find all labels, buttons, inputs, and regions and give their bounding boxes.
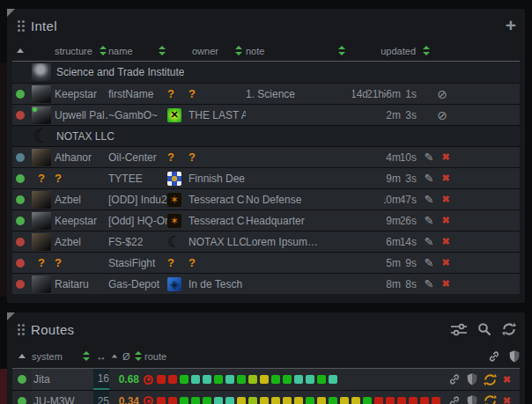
column-header-owner[interactable]: owner <box>167 46 246 56</box>
route-jump-square <box>191 375 200 384</box>
owner-cell: NOTAX LLC <box>188 236 246 248</box>
column-header-updated[interactable]: updated <box>352 46 520 56</box>
updated-hours: 21h <box>368 88 384 100</box>
delete-route-icon[interactable]: ✖ <box>503 395 511 404</box>
updated-seconds: 47s <box>401 194 417 206</box>
updated-seconds: 26s <box>401 215 417 227</box>
delete-icon[interactable]: ✖ <box>440 151 452 163</box>
edit-icon[interactable]: ✎ <box>422 277 436 290</box>
table-row[interactable]: Raitaru Gas-Depot ◈ In de Tesch 8m 8s ✎ … <box>12 273 520 294</box>
link-icon[interactable] <box>448 395 461 404</box>
routes-rows: Jita 16 0.68 ✖ <box>12 369 520 404</box>
edit-icon[interactable]: ✎ <box>422 256 436 269</box>
delete-icon[interactable]: ✖ <box>440 194 452 205</box>
route-jump-square <box>432 397 440 404</box>
alliance-logo-icon: ✶ <box>167 193 181 207</box>
table-row[interactable]: Athanor Oil-Center ? ? 4m 10s ✎ ✖ <box>12 146 520 167</box>
unknown-owner-icon: ? <box>188 256 196 269</box>
updated-minutes: 9m <box>384 215 401 227</box>
updated-seconds: 3s <box>401 109 417 121</box>
route-jump-square <box>191 397 200 404</box>
sort-updown-icon <box>338 46 345 55</box>
status-dot <box>16 238 25 246</box>
shield-icon[interactable] <box>509 350 520 363</box>
group-row[interactable]: ☾ NOTAX LLC <box>12 125 520 146</box>
edit-icon[interactable]: ✎ <box>422 151 436 164</box>
updated-seconds: 10s <box>401 151 417 164</box>
note-cell: Lorem Ipsum… <box>246 236 352 248</box>
column-header-avg-security[interactable]: Ø <box>109 351 139 362</box>
edit-icon[interactable]: ✎ <box>422 172 436 185</box>
name-cell: firstName <box>108 88 167 100</box>
route-jump-square <box>157 397 166 404</box>
table-row[interactable]: ? ? StasiFight ? ? 5m 9s ✎ ✖ <box>12 252 520 273</box>
add-structure-button[interactable]: + <box>506 19 516 32</box>
sort-indicator-asc[interactable] <box>12 48 28 53</box>
link-icon[interactable] <box>448 373 461 386</box>
delete-route-icon[interactable]: ✖ <box>503 374 511 386</box>
column-header-jumps[interactable]: ↔ <box>93 350 109 363</box>
route-squares <box>157 397 440 404</box>
table-row[interactable]: ? ? TYTEE Finnish Dee… 9m 3s ✎ ✖ <box>12 167 520 188</box>
structure-cell: Upwell Pal… <box>55 109 108 121</box>
settings-sliders-icon[interactable] <box>451 323 467 336</box>
avg-security-cell: 0.68 <box>109 373 139 386</box>
refresh-route-icon[interactable] <box>484 373 497 386</box>
route-row[interactable]: Jita 16 0.68 ✖ <box>12 369 520 390</box>
name-cell: TYTEE <box>108 173 167 185</box>
sort-updown-icon <box>235 46 242 55</box>
edit-icon[interactable]: ✎ <box>422 235 436 248</box>
intel-panel-header: Intel + <box>7 9 525 40</box>
name-cell: [Odd] HQ-One <box>108 215 167 227</box>
owner-cell: Tesseract C… <box>188 194 246 206</box>
delete-icon[interactable]: ✖ <box>440 257 452 268</box>
status-dot <box>16 174 25 183</box>
refresh-route-icon[interactable] <box>484 394 497 404</box>
search-icon[interactable] <box>477 322 491 336</box>
column-header-system[interactable]: system <box>32 351 93 362</box>
delete-icon[interactable]: ✖ <box>440 215 452 226</box>
delete-icon[interactable]: ✖ <box>440 236 452 247</box>
route-jump-square <box>306 375 314 384</box>
status-dot <box>18 397 26 404</box>
sort-indicator-asc[interactable] <box>12 354 32 358</box>
unknown-owner-icon: ? <box>188 87 196 100</box>
route-jump-square <box>237 375 246 384</box>
table-row[interactable]: Azbel [ODD] Indu2 ✶ Tesseract C… No Defe… <box>12 188 520 209</box>
route-jump-square <box>271 397 280 404</box>
structure-thumbnail <box>32 85 51 103</box>
table-row[interactable]: Keepstar firstName ? ? 1. Science 14d 21… <box>12 83 520 104</box>
system-cell[interactable]: JU-M3W <box>32 391 93 404</box>
route-origin-icon <box>144 375 153 385</box>
drag-handle-icon[interactable] <box>18 324 20 327</box>
route-row[interactable]: JU-M3W 25 0.34 ✖ <box>12 390 520 404</box>
table-row[interactable]: Azbel FS-$22 ☾ NOTAX LLC Lorem Ipsum… 6m… <box>12 231 520 252</box>
sort-asc-icon <box>18 354 26 358</box>
refresh-icon[interactable] <box>502 322 516 336</box>
table-row[interactable]: Upwell Pal… ~GambO~ ✕ THE LAST A… 2m 3s … <box>12 104 520 125</box>
column-header-name[interactable]: name <box>108 46 167 56</box>
column-header-route[interactable]: route <box>139 351 166 362</box>
route-jump-square <box>386 397 395 404</box>
delete-icon[interactable]: ✖ <box>440 278 452 290</box>
page: Intel + structure name owner note update… <box>0 0 532 404</box>
delete-icon[interactable]: ✖ <box>440 173 452 184</box>
edit-icon[interactable]: ✎ <box>422 193 436 206</box>
edit-icon[interactable]: ✎ <box>422 214 436 227</box>
structure-thumbnail <box>32 107 51 124</box>
route-jump-square <box>271 375 280 384</box>
sort-updown-icon <box>83 351 90 361</box>
updated-minutes: 2m <box>384 109 401 121</box>
table-row[interactable]: Keepstar [Odd] HQ-One ✶ Tesseract C… Hea… <box>12 209 520 231</box>
owner-cell: In de Tesch <box>188 278 246 290</box>
shield-icon[interactable] <box>467 395 477 404</box>
shield-icon[interactable] <box>467 373 477 386</box>
drag-handle-icon[interactable] <box>18 20 20 23</box>
column-header-structure[interactable]: structure <box>55 46 108 56</box>
system-cell[interactable]: Jita <box>32 369 93 390</box>
updated-minutes: 8m <box>384 278 401 290</box>
name-cell: Oil-Center <box>108 151 167 164</box>
column-header-note[interactable]: note <box>246 46 352 56</box>
group-row[interactable]: Science and Trade Institute <box>12 62 520 83</box>
link-icon[interactable] <box>488 350 500 363</box>
